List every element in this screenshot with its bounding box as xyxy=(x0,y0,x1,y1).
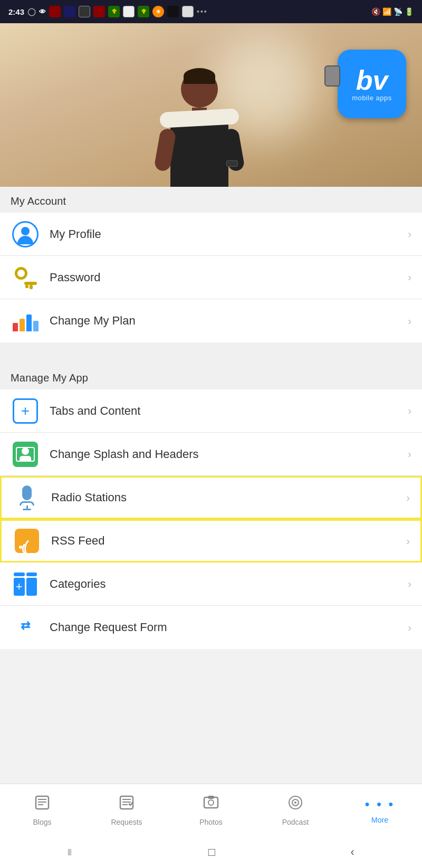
my-profile-label: My Profile xyxy=(50,227,408,241)
mic-icon xyxy=(20,485,34,510)
categories-item[interactable]: + Categories › xyxy=(0,562,422,606)
change-request-item[interactable]: ⇄ Change Request Form › xyxy=(0,606,422,649)
app-icon-2 xyxy=(64,6,75,17)
app-icon-3 xyxy=(79,6,90,17)
app-icon-1 xyxy=(49,6,61,17)
nav-podcast[interactable]: Podcast xyxy=(253,794,338,826)
change-arrows-icon: ⇄ xyxy=(16,619,34,636)
tabs-icon-wrap xyxy=(11,396,40,426)
splash-icon xyxy=(13,442,38,467)
my-profile-item[interactable]: My Profile › xyxy=(0,213,422,256)
recent-apps-button[interactable]: ⫴ xyxy=(52,842,89,863)
wifi-icon: 📶 xyxy=(382,7,391,16)
change-request-label: Change Request Form xyxy=(50,621,408,634)
chevron-icon: › xyxy=(408,578,411,590)
back-button[interactable]: ‹ xyxy=(334,840,370,864)
section-gap-1 xyxy=(0,342,422,364)
rss-icon xyxy=(15,529,39,553)
battery-icon: 🔋 xyxy=(405,7,414,16)
app-icon-4 xyxy=(93,6,105,17)
hero-person xyxy=(170,71,228,187)
bv-logo: bv mobile apps xyxy=(338,50,406,118)
blogs-icon xyxy=(34,794,51,815)
status-bar: 2:43 ◯ 👁 ♆ ♆ ☀ ••• 🔇 📶 📡 🔋 xyxy=(0,0,422,23)
sync-icon: ◯ xyxy=(27,7,36,16)
manage-app-list: Tabs and Content › Change Splash and Hea… xyxy=(0,389,422,649)
profile-icon-wrap xyxy=(11,220,40,249)
hero-banner: bv mobile apps xyxy=(0,23,422,187)
blogs-label: Blogs xyxy=(33,818,51,826)
chevron-icon: › xyxy=(408,622,411,634)
tabs-content-item[interactable]: Tabs and Content › xyxy=(0,389,422,433)
chevron-icon: › xyxy=(408,271,411,283)
more-label: More xyxy=(371,816,388,824)
my-account-header: My Account xyxy=(0,187,422,213)
bv-logo-text: bv xyxy=(356,66,388,94)
status-bar-left: 2:43 ◯ 👁 ♆ ♆ ☀ ••• xyxy=(8,6,208,17)
chart-icon xyxy=(13,310,39,331)
key-icon xyxy=(14,266,37,289)
chevron-icon: › xyxy=(406,492,410,504)
podcast-icon xyxy=(287,794,304,815)
nav-photos[interactable]: Photos xyxy=(169,794,253,826)
app-icon-8: ☀ xyxy=(152,6,164,17)
change-splash-item[interactable]: Change Splash and Headers › xyxy=(0,433,422,476)
app-icon-10 xyxy=(182,6,194,17)
app-icon-9 xyxy=(167,6,179,17)
podcast-label: Podcast xyxy=(282,818,309,826)
svg-point-9 xyxy=(208,800,214,805)
app-icon-5: ♆ xyxy=(108,6,120,17)
radio-stations-item[interactable]: Radio Stations › xyxy=(0,476,422,519)
signal-icon: 📡 xyxy=(394,7,402,16)
watch-icon xyxy=(324,65,340,87)
photos-icon xyxy=(203,794,219,815)
chevron-icon: › xyxy=(408,315,411,327)
change-plan-label: Change My Plan xyxy=(50,314,408,328)
change-plan-item[interactable]: Change My Plan › xyxy=(0,299,422,342)
categories-icon: + xyxy=(14,573,37,596)
splash-icon-wrap xyxy=(11,440,40,469)
chevron-icon: › xyxy=(408,448,411,460)
bottom-nav: Blogs Requests Photos xyxy=(0,784,422,836)
eye-icon: 👁 xyxy=(39,8,46,16)
requests-label: Requests xyxy=(111,818,142,826)
password-item[interactable]: Password › xyxy=(0,256,422,299)
chevron-icon: › xyxy=(406,535,410,547)
change-arrows-icon-wrap: ⇄ xyxy=(11,613,40,642)
nav-requests[interactable]: Requests xyxy=(84,794,169,826)
chart-icon-wrap xyxy=(11,306,40,336)
manage-app-header: Manage My App xyxy=(0,364,422,389)
change-splash-label: Change Splash and Headers xyxy=(50,447,408,461)
rss-icon-wrap xyxy=(12,526,42,556)
mute-icon: 🔇 xyxy=(371,7,380,16)
rss-feed-item[interactable]: RSS Feed › xyxy=(0,519,422,562)
home-button[interactable]: □ xyxy=(193,840,231,864)
nav-more[interactable]: • • • More xyxy=(338,796,422,824)
my-account-list: My Profile › Password › xyxy=(0,213,422,342)
app-icon-7: ♆ xyxy=(138,6,149,17)
status-bar-right: 🔇 📶 📡 🔋 xyxy=(371,7,414,16)
svg-point-13 xyxy=(294,802,296,804)
more-icon: • • • xyxy=(365,796,395,813)
photos-label: Photos xyxy=(199,818,223,826)
more-dots-status: ••• xyxy=(197,7,208,16)
status-time: 2:43 xyxy=(8,7,24,16)
password-label: Password xyxy=(50,271,408,284)
rss-feed-label: RSS Feed xyxy=(51,534,406,548)
requests-icon xyxy=(118,794,135,815)
mic-icon-wrap xyxy=(12,483,42,512)
tabs-icon xyxy=(13,398,38,424)
radio-stations-label: Radio Stations xyxy=(51,491,406,504)
categories-label: Categories xyxy=(50,577,408,591)
chevron-icon: › xyxy=(408,405,411,417)
system-nav: ⫴ □ ‹ xyxy=(0,836,422,868)
nav-blogs[interactable]: Blogs xyxy=(0,794,84,826)
app-icon-6 xyxy=(123,6,135,17)
tabs-content-label: Tabs and Content xyxy=(50,404,408,418)
key-icon-wrap xyxy=(11,263,40,292)
bv-logo-subtitle: mobile apps xyxy=(352,94,392,102)
chevron-icon: › xyxy=(408,228,411,240)
categories-icon-wrap: + xyxy=(11,569,40,599)
profile-icon xyxy=(12,221,39,247)
